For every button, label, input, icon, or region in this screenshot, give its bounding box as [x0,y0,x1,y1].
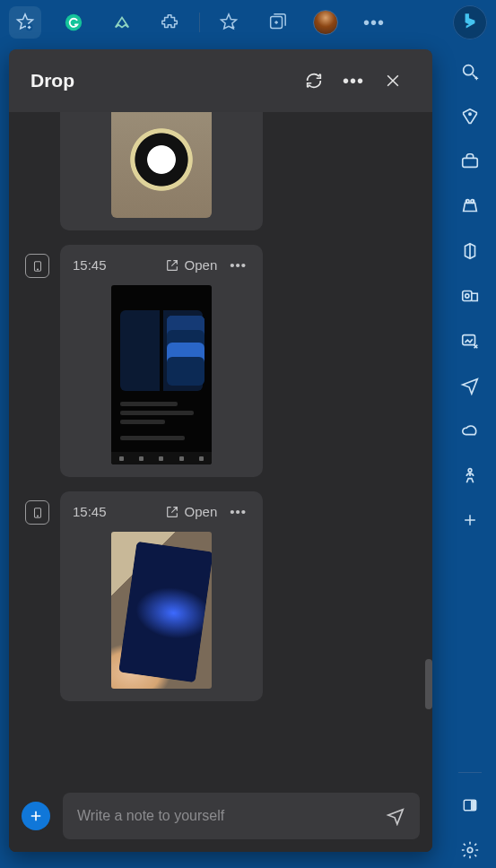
favorites-icon[interactable] [213,6,245,39]
svg-rect-13 [472,801,475,811]
note-input[interactable] [77,808,382,824]
extensions-icon[interactable] [154,6,187,39]
search-icon[interactable] [452,54,488,90]
svg-point-6 [466,200,469,204]
games-icon[interactable] [452,188,488,224]
svg-point-3 [464,65,474,75]
settings-icon[interactable] [452,832,488,868]
shopping-icon[interactable] [452,99,488,135]
message-image[interactable] [111,532,212,689]
drop-header: Drop ••• [9,49,432,112]
edge-extension-icon[interactable] [106,6,138,39]
svg-point-16 [37,268,38,269]
close-button[interactable] [373,61,413,100]
send-button[interactable] [382,803,409,829]
svg-point-1 [65,14,82,30]
collections-icon[interactable] [261,6,293,39]
message-image[interactable] [111,112,212,218]
open-button[interactable]: Open [165,257,218,273]
message-card[interactable] [60,112,263,230]
drop-body: 15:45 Open ••• [9,112,432,852]
message-more-button[interactable]: ••• [226,502,250,521]
browser-toolbar: ••• [0,0,496,45]
message-card[interactable]: 15:45 Open ••• [60,245,263,477]
more-actions-icon[interactable]: ••• [358,6,390,39]
add-tool-icon[interactable] [452,502,488,538]
message-header: 15:45 Open ••• [73,256,250,274]
refresh-button[interactable] [294,61,334,100]
svg-point-11 [468,469,472,473]
message-time: 15:45 [73,504,107,519]
note-compose-box [63,793,420,839]
grammarly-icon[interactable] [57,6,90,39]
svg-point-7 [471,200,474,204]
outlook-icon[interactable] [452,278,488,314]
drop-more-button[interactable]: ••• [334,61,373,100]
weather-icon[interactable] [452,412,488,448]
drop-title: Drop [30,70,294,91]
open-button[interactable]: Open [165,504,218,519]
svg-point-9 [466,294,469,298]
profile-avatar[interactable] [309,6,342,39]
meditate-icon[interactable] [452,457,488,493]
drop-message: 15:45 Open ••• [25,245,416,477]
edge-sidebar [444,45,496,868]
open-label: Open [185,257,218,273]
toolbar-separator [199,13,200,32]
m365-icon[interactable] [452,233,488,269]
drop-panel: Drop ••• [9,49,432,852]
message-header: 15:45 Open ••• [73,502,250,521]
drop-message [25,112,416,230]
svg-rect-5 [463,158,478,167]
open-label: Open [185,504,218,519]
tools-icon[interactable] [452,143,488,179]
scrollbar-thumb[interactable] [425,659,432,709]
svg-point-14 [467,847,473,853]
message-card[interactable]: 15:45 Open ••• [60,491,263,701]
drop-icon[interactable] [452,368,488,404]
drop-composer [9,780,432,852]
svg-point-4 [469,113,471,115]
image-create-icon[interactable] [452,323,488,359]
message-image[interactable] [111,285,212,464]
svg-rect-10 [463,335,475,345]
message-more-button[interactable]: ••• [226,256,250,274]
message-time: 15:45 [73,257,107,273]
bing-chat-icon[interactable] [453,5,487,39]
drop-message: 15:45 Open ••• [25,491,416,701]
source-device-icon [25,500,49,525]
sidebar-divider [458,772,482,773]
svg-rect-8 [463,291,472,301]
svg-point-18 [37,515,38,516]
hide-sidebar-icon[interactable] [452,787,488,823]
favorites-add-icon[interactable] [9,6,41,39]
add-attachment-button[interactable] [22,802,50,830]
source-device-icon [25,254,49,278]
drop-messages: 15:45 Open ••• [9,112,432,780]
